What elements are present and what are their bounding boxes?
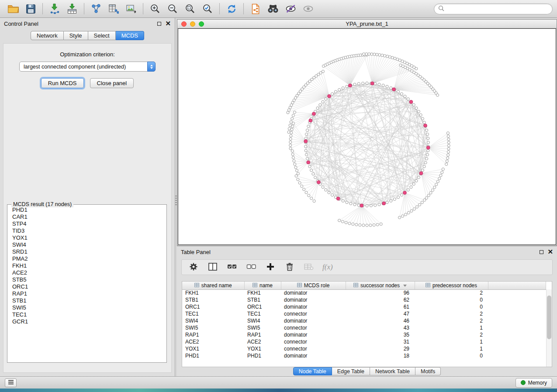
tab-style[interactable]: Style [64,31,88,40]
table-cell[interactable]: dominator [281,352,346,359]
table-cell[interactable]: connector [281,345,346,352]
tab-network[interactable]: Network [31,31,64,40]
table-cell[interactable]: FKH1 [244,289,281,296]
table-cell[interactable]: 46 [346,317,415,324]
table-cell[interactable]: 1 [415,345,488,352]
table-cell[interactable]: 47 [346,310,415,317]
hide-selected-button[interactable] [282,2,299,16]
mcds-result-item[interactable]: STP4 [8,220,166,227]
tab-select[interactable]: Select [88,31,116,40]
table-cell[interactable]: RAP1 [182,331,244,338]
select-all-button[interactable] [226,261,238,273]
memory-button[interactable]: Memory [515,378,552,388]
network-canvas[interactable] [178,28,556,245]
table-cell[interactable]: 29 [346,345,415,352]
table-cell[interactable]: 96 [346,289,415,296]
table-cell[interactable]: 1 [415,324,488,331]
table-cell[interactable]: 35 [346,331,415,338]
table-row[interactable]: STB1STB1dominator620 [182,296,546,303]
window-minimize-button[interactable] [190,21,195,27]
function-builder-button[interactable]: f(x) [322,261,333,273]
save-session-button[interactable] [22,2,39,16]
table-cell[interactable]: FKH1 [182,289,244,296]
table-cell[interactable]: PHD1 [244,352,281,359]
column-header-predecessor-nodes[interactable]: predecessor nodes [415,282,488,289]
table-row[interactable]: SWI5SWI5connector431 [182,324,546,331]
table-cell[interactable]: dominator [281,303,346,310]
table-cell[interactable]: YOX1 [182,345,244,352]
mcds-result-item[interactable]: ACE2 [8,269,166,276]
delete-row-button[interactable] [284,261,295,273]
mcds-result-item[interactable]: SRD1 [8,248,166,255]
mcds-result-item[interactable]: GCR1 [8,318,166,325]
table-cell[interactable]: ACE2 [182,338,244,345]
close-table-panel-icon[interactable]: ✕ [547,249,553,254]
table-cell[interactable]: SWI4 [244,317,281,324]
table-cell[interactable]: YOX1 [244,345,281,352]
new-network-button[interactable] [87,2,105,16]
mcds-result-item[interactable]: TID3 [8,227,166,234]
table-cell[interactable]: 1 [415,338,488,345]
table-cell[interactable]: 62 [346,296,415,303]
window-maximize-button[interactable] [199,21,204,27]
table-row[interactable]: SWI4SWI4dominator462 [182,317,546,324]
table-cell[interactable]: 2 [415,289,488,296]
column-header-shared-name[interactable]: shared name [182,282,244,289]
mcds-result-item[interactable]: TEC1 [8,311,166,318]
mcds-result-item[interactable]: FKH1 [8,262,166,269]
mcds-result-item[interactable]: CAR1 [8,213,166,220]
table-row[interactable]: PHD1PHD1dominator180 [182,352,546,359]
mcds-result-item[interactable]: STB5 [8,276,166,283]
table-scrollbar[interactable] [546,289,552,367]
table-cell[interactable]: connector [281,338,346,345]
status-menu-button[interactable] [5,378,17,387]
add-row-button[interactable] [265,261,276,273]
mcds-result-item[interactable]: STB1 [8,297,166,304]
deselect-all-button[interactable] [246,261,257,273]
table-cell[interactable]: 2 [415,331,488,338]
table-row[interactable]: ORC1ORC1dominator610 [182,303,546,310]
network-search-field[interactable] [434,3,553,14]
table-cell[interactable]: SWI4 [182,317,244,324]
table-cell[interactable]: TEC1 [182,310,244,317]
table-cell[interactable]: TEC1 [244,310,281,317]
mcds-result-item[interactable]: SWI4 [8,241,166,248]
tab-node-table[interactable]: Node Table [293,367,332,375]
network-window-titlebar[interactable]: YPA_prune.txt_1 [177,20,557,28]
table-cell[interactable]: RAP1 [244,331,281,338]
export-image-button[interactable] [122,2,140,16]
table-cell[interactable]: dominator [281,289,346,296]
tab-motifs[interactable]: Motifs [415,367,441,375]
table-row[interactable]: ACE2ACE2connector311 [182,338,546,345]
open-file-button[interactable] [4,2,22,16]
mcds-result-item[interactable]: YOX1 [8,234,166,241]
table-scrollbar-thumb[interactable] [547,296,551,339]
table-settings-button[interactable] [188,261,199,273]
table-cell[interactable]: 2 [415,317,488,324]
table-cell[interactable]: ACE2 [244,338,281,345]
mcds-result-item[interactable]: PHD1 [8,206,166,213]
table-cell[interactable]: 31 [346,338,415,345]
table-cell[interactable]: 2 [415,310,488,317]
table-cell[interactable]: SWI5 [244,324,281,331]
table-cell[interactable]: dominator [281,317,346,324]
close-panel-button[interactable]: Close panel [90,78,134,88]
show-columns-button[interactable] [207,261,218,273]
column-header-name[interactable]: name [244,282,281,289]
clear-table-button[interactable] [303,261,315,273]
search-input[interactable] [447,6,548,12]
mcds-result-item[interactable]: PMA2 [8,255,166,262]
table-cell[interactable]: STB1 [244,296,281,303]
table-cell[interactable]: STB1 [182,296,244,303]
refresh-button[interactable] [223,2,240,16]
mcds-result-item[interactable]: SWI5 [8,304,166,311]
mcds-result-item[interactable]: ORC1 [8,283,166,290]
import-table-file-button[interactable] [63,2,81,16]
zoom-in-button[interactable] [146,2,164,16]
table-cell[interactable]: ORC1 [182,303,244,310]
zoom-fit-button[interactable] [181,2,199,16]
zoom-selected-button[interactable] [199,2,216,16]
network-graph[interactable] [178,29,556,244]
table-cell[interactable]: 43 [346,324,415,331]
table-cell[interactable]: 0 [415,296,488,303]
